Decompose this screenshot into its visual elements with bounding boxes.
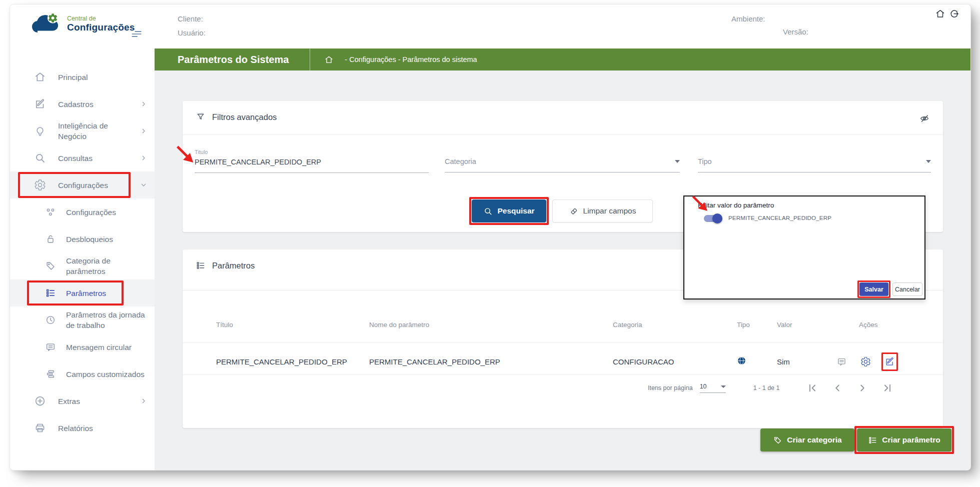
list-icon bbox=[45, 288, 56, 298]
sidebar-item-principal[interactable]: Principal bbox=[10, 64, 155, 90]
message-icon bbox=[45, 342, 56, 352]
gear-icon bbox=[34, 179, 46, 191]
chevron-down-icon bbox=[721, 386, 726, 388]
eye-off-icon[interactable] bbox=[919, 113, 930, 124]
edit-icon[interactable] bbox=[884, 356, 895, 367]
titulo-field[interactable]: Titulo PERMITE_CANCELAR_PEDIDO_ERP bbox=[195, 149, 429, 173]
parameter-toggle[interactable] bbox=[704, 215, 721, 222]
divider bbox=[183, 374, 943, 375]
sidebar-item-mensagem-circular[interactable]: Mensagem circular bbox=[10, 334, 155, 360]
salvar-button[interactable]: Salvar bbox=[859, 282, 888, 296]
cell-tipo bbox=[737, 356, 777, 367]
chevron-right-icon bbox=[140, 100, 148, 108]
search-icon bbox=[34, 152, 46, 164]
ambiente-label: Ambiente: bbox=[731, 14, 765, 23]
home-icon[interactable] bbox=[935, 8, 945, 19]
column-header-valor: Valor bbox=[777, 321, 859, 328]
cliente-label: Cliente: bbox=[178, 14, 203, 23]
list-icon bbox=[196, 260, 206, 270]
titlebar-divider bbox=[310, 48, 310, 70]
sidebar-item-configuracoes[interactable]: Configurações bbox=[10, 172, 155, 198]
previous-page-icon[interactable] bbox=[832, 382, 843, 394]
pesquisar-button[interactable]: Pesquisar bbox=[472, 200, 546, 222]
criar-parametro-button[interactable]: Criar parâmetro bbox=[857, 428, 951, 452]
parameters-title: Parâmetros bbox=[212, 261, 255, 270]
tipo-select[interactable]: Tipo bbox=[698, 156, 931, 172]
first-page-icon[interactable] bbox=[807, 382, 818, 394]
parameters-card-header: Parâmetros bbox=[196, 260, 255, 270]
column-header-tipo: Tipo bbox=[737, 321, 777, 328]
page-title-bar: Parâmetros do Sistema - Configurações - … bbox=[155, 48, 970, 70]
logout-icon[interactable] bbox=[949, 8, 959, 19]
chevron-right-icon bbox=[140, 127, 148, 135]
sidebar-item-parametros[interactable]: Parâmetros bbox=[10, 280, 155, 306]
plus-circle-icon bbox=[34, 395, 46, 407]
menu-toggle-icon[interactable] bbox=[130, 28, 143, 40]
app-logo: Central de Configurações bbox=[29, 12, 135, 36]
app-window: Central de Configurações Cliente: Usuári… bbox=[10, 4, 971, 470]
divider bbox=[183, 134, 943, 135]
limpar-campos-button[interactable]: Limpar campos bbox=[552, 200, 653, 222]
pagination: Itens por página 10 1 - 1 de 1 bbox=[648, 382, 893, 394]
categoria-select[interactable]: Categoria bbox=[445, 156, 680, 172]
page-title: Parâmetros do Sistema bbox=[178, 54, 289, 66]
search-icon bbox=[483, 206, 493, 216]
top-header: Central de Configurações Cliente: Usuári… bbox=[10, 4, 970, 48]
pagination-nav bbox=[807, 382, 893, 394]
tag-icon bbox=[773, 436, 782, 445]
sidebar-item-relatorios[interactable]: Relatórios bbox=[10, 414, 155, 442]
toggle-label: PERMITE_CANCELAR_PEDIDO_ERP bbox=[728, 215, 831, 221]
globe-icon bbox=[737, 356, 746, 366]
items-per-page-label: Itens por página bbox=[648, 384, 693, 392]
titulo-field-label: Titulo bbox=[195, 149, 429, 155]
table-header-row: Título Nome do parâmetro Categoria Tipo … bbox=[183, 321, 943, 328]
cell-nome: PERMITE_CANCELAR_PEDIDO_ERP bbox=[369, 358, 613, 366]
edit-icon bbox=[34, 98, 46, 110]
dialog-title: Editar valor do parâmetro bbox=[698, 202, 774, 209]
layers-icon bbox=[45, 368, 56, 380]
tipo-select-placeholder: Tipo bbox=[698, 158, 712, 166]
filters-title: Filtros avançados bbox=[212, 112, 277, 122]
chevron-right-icon bbox=[140, 397, 148, 405]
criar-categoria-button[interactable]: Criar categoria bbox=[760, 428, 854, 452]
sidebar-item-configuracoes-sub[interactable]: Configurações bbox=[10, 198, 155, 226]
sidebar-item-inteligencia-de-negocio[interactable]: Inteligência de Negócio bbox=[10, 118, 155, 144]
header-actions bbox=[935, 8, 959, 19]
pagination-range: 1 - 1 de 1 bbox=[753, 384, 780, 392]
cancelar-button[interactable]: Cancelar bbox=[892, 282, 922, 296]
last-page-icon[interactable] bbox=[882, 382, 893, 394]
sidebar-item-extras[interactable]: Extras bbox=[10, 388, 155, 414]
next-page-icon[interactable] bbox=[857, 382, 868, 394]
sidebar-item-parametros-da-jornada[interactable]: Parâmetros da jornada de trabalho bbox=[10, 306, 155, 334]
clock-icon bbox=[45, 314, 56, 326]
cell-actions bbox=[836, 356, 943, 367]
sidebar-item-categoria-de-parametros[interactable]: Categoria de parâmetros bbox=[10, 252, 155, 280]
printer-icon bbox=[34, 422, 46, 434]
sidebar-item-desbloqueios[interactable]: Desbloqueios bbox=[10, 226, 155, 252]
edit-parameter-dialog: Editar valor do parâmetro PERMITE_CANCEL… bbox=[683, 196, 925, 300]
lightbulb-icon bbox=[34, 125, 46, 137]
chevron-down-icon bbox=[675, 160, 680, 163]
titulo-field-value: PERMITE_CANCELAR_PEDIDO_ERP bbox=[195, 156, 429, 173]
items-per-page-select[interactable]: 10 bbox=[700, 383, 726, 393]
toggle-knob bbox=[712, 214, 722, 224]
cell-titulo: PERMITE_CANCELAR_PEDIDO_ERP bbox=[216, 358, 369, 366]
usuario-label: Usuário: bbox=[178, 28, 206, 37]
column-header-titulo: Título bbox=[216, 321, 369, 328]
home-icon bbox=[34, 71, 46, 83]
breadcrumb: - Configurações - Parâmetros do sistema bbox=[345, 56, 477, 64]
sidebar-item-consultas[interactable]: Consultas bbox=[10, 144, 155, 172]
column-header-acoes: Ações bbox=[859, 321, 943, 328]
tag-icon bbox=[45, 260, 56, 272]
gear-icon[interactable] bbox=[860, 356, 871, 367]
eraser-icon bbox=[569, 206, 579, 216]
column-header-categoria: Categoria bbox=[613, 321, 737, 328]
breadcrumb-home-icon[interactable] bbox=[324, 55, 334, 64]
chevron-right-icon bbox=[140, 154, 148, 162]
categoria-select-placeholder: Categoria bbox=[445, 158, 476, 166]
sidebar-item-cadastros[interactable]: Cadastros bbox=[10, 90, 155, 118]
divider bbox=[183, 342, 943, 343]
table-row: PERMITE_CANCELAR_PEDIDO_ERP PERMITE_CANC… bbox=[183, 348, 943, 374]
sidebar-item-campos-customizados[interactable]: Campos customizados bbox=[10, 360, 155, 388]
comment-icon[interactable] bbox=[836, 356, 847, 367]
